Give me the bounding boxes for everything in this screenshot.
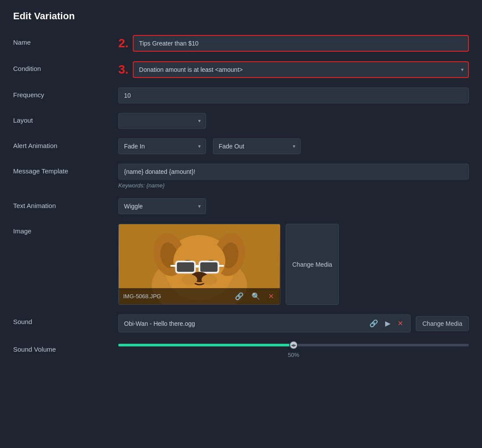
page-title: Edit Variation: [13, 11, 469, 22]
image-zoom-button[interactable]: 🔍: [250, 291, 262, 301]
image-change-media-button[interactable]: Change Media: [286, 224, 339, 305]
image-row: Image: [13, 224, 469, 305]
alert-animation-out-select[interactable]: Fade Out Slide Out None: [213, 138, 301, 154]
condition-select[interactable]: Donation amount is at least <amount> Don…: [133, 61, 469, 78]
sound-volume-field-wrap: ◀▶ 50%: [118, 342, 469, 358]
name-label: Name: [13, 35, 118, 46]
text-animation-label: Text Animation: [13, 198, 118, 209]
layout-label: Layout: [13, 113, 118, 124]
condition-label: Condition: [13, 61, 118, 72]
svg-rect-14: [195, 265, 199, 268]
layout-field-wrap: Option 1 Option 2: [118, 113, 469, 129]
sound-volume-percent: 50%: [118, 352, 469, 358]
sound-filename: Obi-Wan - Hello there.ogg: [124, 320, 362, 327]
layout-select[interactable]: Option 1 Option 2: [118, 113, 206, 129]
sound-bar: Obi-Wan - Hello there.ogg 🔗 ▶ ✕: [118, 314, 411, 332]
alert-animation-field-wrap: Fade In Slide In None Fade Out Slide Out…: [118, 138, 469, 154]
step-2-badge: 2.: [118, 37, 128, 49]
alert-animation-row: Alert Animation Fade In Slide In None Fa…: [13, 138, 469, 154]
text-animation-select[interactable]: Wiggle Bounce None: [118, 198, 206, 214]
text-animation-row: Text Animation Wiggle Bounce None: [13, 198, 469, 214]
svg-rect-16: [218, 265, 224, 267]
slider-track: ◀▶: [118, 344, 469, 346]
alert-animation-label: Alert Animation: [13, 138, 118, 149]
image-preview-box: IMG-5068.JPG 🔗 🔍 ✕: [118, 224, 280, 305]
svg-rect-12: [177, 262, 195, 272]
step-3-badge: 3.: [118, 63, 128, 76]
name-input[interactable]: [133, 35, 469, 52]
sound-volume-row: Sound Volume ◀▶ 50%: [13, 342, 469, 358]
frequency-input[interactable]: [118, 88, 469, 103]
name-field-wrap: 2.: [118, 35, 469, 52]
svg-rect-15: [170, 265, 177, 267]
slider-thumb[interactable]: ◀▶: [289, 341, 298, 349]
image-filename: IMG-5068.JPG: [123, 293, 229, 300]
image-field-wrap: IMG-5068.JPG 🔗 🔍 ✕ Change Media: [118, 224, 469, 305]
keywords-text: Keywords: {name}: [118, 182, 469, 189]
sound-link-button[interactable]: 🔗: [368, 318, 380, 328]
image-delete-button[interactable]: ✕: [266, 291, 276, 301]
frequency-row: Frequency: [13, 88, 469, 103]
image-label: Image: [13, 224, 118, 235]
sound-actions: 🔗 ▶ ✕: [368, 318, 405, 328]
message-template-row: Message Template Keywords: {name}: [13, 164, 469, 189]
layout-row: Layout Option 1 Option 2: [13, 113, 469, 129]
svg-point-18: [181, 275, 197, 285]
sound-play-button[interactable]: ▶: [384, 318, 391, 328]
message-template-input[interactable]: [118, 164, 469, 180]
message-template-field-wrap: Keywords: {name}: [118, 164, 469, 189]
slider-fill: [118, 344, 294, 346]
condition-field-wrap: 3. Donation amount is at least <amount> …: [118, 61, 469, 78]
slider-handle-icon: ◀▶: [291, 343, 296, 347]
svg-rect-13: [200, 262, 218, 272]
image-overlay-bar: IMG-5068.JPG 🔗 🔍 ✕: [119, 288, 280, 304]
frequency-label: Frequency: [13, 88, 118, 99]
frequency-field-wrap: [118, 88, 469, 103]
sound-row: Sound Obi-Wan - Hello there.ogg 🔗 ▶ ✕ Ch…: [13, 314, 469, 332]
sound-field-wrap: Obi-Wan - Hello there.ogg 🔗 ▶ ✕ Change M…: [118, 314, 469, 332]
image-link-button[interactable]: 🔗: [233, 291, 245, 301]
sound-change-media-button[interactable]: Change Media: [416, 316, 469, 331]
svg-point-19: [202, 275, 217, 285]
message-template-label: Message Template: [13, 164, 118, 175]
sound-volume-slider-container: ◀▶: [118, 342, 469, 348]
sound-delete-button[interactable]: ✕: [396, 318, 405, 328]
sound-volume-label: Sound Volume: [13, 342, 118, 353]
condition-row: Condition 3. Donation amount is at least…: [13, 61, 469, 78]
sound-label: Sound: [13, 314, 118, 325]
text-animation-field-wrap: Wiggle Bounce None: [118, 198, 469, 214]
alert-animation-in-select[interactable]: Fade In Slide In None: [118, 138, 206, 154]
name-row: Name 2.: [13, 35, 469, 52]
